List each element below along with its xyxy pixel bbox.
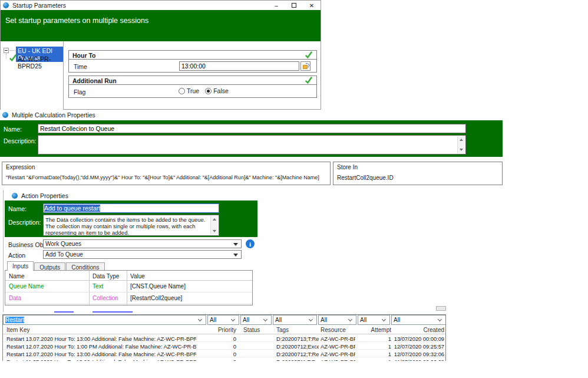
queue-cell-resource: AZ-WC-PR-BPRD2 <box>321 351 355 357</box>
scrollbar[interactable] <box>457 136 465 153</box>
queue-cell-tags: D:20200712;Exception <box>276 343 319 350</box>
queue-col-resource[interactable]: Resource <box>321 327 355 333</box>
check-icon <box>9 54 17 61</box>
action-select[interactable]: Add To Queue <box>43 250 242 259</box>
queue-row[interactable]: Restart 13.07.2020 Hour To: 13:00 Additi… <box>3 334 445 342</box>
blueprism-icon <box>12 193 18 199</box>
inputs-table: Name Data Type Value Queue NameText[CNST… <box>5 270 253 305</box>
startup-banner: Set startup parameters on multiple sessi… <box>1 10 321 41</box>
queue-row[interactable]: Restart 11.07.2020 Hour To: 13:00 Additi… <box>3 357 445 361</box>
queue-filter-4[interactable]: All <box>318 315 356 325</box>
minimize-button[interactable]: – <box>267 1 285 10</box>
radio-false[interactable]: False <box>205 87 229 94</box>
minimize-icon: – <box>275 2 278 9</box>
queue-cell-created: 12/07/2020 09:25:57 <box>392 343 444 350</box>
queue-col-tags[interactable]: Tags <box>276 327 319 333</box>
screen: Startup Parameters – ✕ Set startup param… <box>0 0 588 378</box>
tab-conditions[interactable]: Conditions <box>66 262 104 271</box>
tree-item-resource[interactable]: AZ-WC-PR-BPRD25 <box>18 55 63 70</box>
queue-col-priority[interactable]: Priority <box>197 327 236 333</box>
radio-true[interactable]: True <box>179 87 199 94</box>
queue-cell-item-key: Restart 13.07.2020 Hour To: 13:00 Additi… <box>6 336 196 342</box>
action-value: Add To Queue <box>45 251 83 258</box>
action-properties-window: Action Properties Name: Add to queue res… <box>5 190 257 313</box>
input-value[interactable]: [RestartColl2queue] <box>130 295 249 301</box>
queue-col-attempt[interactable]: Attempt <box>356 327 391 333</box>
action-name-input[interactable]: Add to queue restart <box>43 203 219 213</box>
tab-inputs[interactable]: Inputs <box>7 261 34 271</box>
store-in-box[interactable]: Store In RestartColl2queue.ID <box>333 162 503 185</box>
tree-separator <box>63 41 64 110</box>
store-in-value[interactable]: RestartColl2queue.ID <box>337 175 501 181</box>
tab-outputs[interactable]: Outputs <box>34 262 65 271</box>
selected-text: Add to queue restart <box>44 205 100 212</box>
inputs-table-row[interactable]: DataCollection[RestartColl2queue] <box>5 292 252 304</box>
input-name: Data <box>9 295 88 301</box>
close-button[interactable]: ✕ <box>303 1 321 10</box>
queue-cell-attempt: 1 <box>356 343 391 350</box>
queue-cell-priority: 0 <box>197 336 236 342</box>
filter-value: Restart <box>5 317 24 323</box>
filter-value: All <box>275 317 282 323</box>
scroll-down-icon <box>460 149 463 151</box>
scrollbar[interactable] <box>210 216 218 235</box>
expression-box[interactable]: Expression "Restart "&FormatDate(Today()… <box>2 162 331 185</box>
action-label: Action <box>8 252 25 259</box>
check-icon <box>305 51 313 58</box>
queue-filter-5[interactable]: All <box>358 315 390 325</box>
blueprism-icon <box>3 2 9 8</box>
chevron-down-icon <box>382 317 386 321</box>
input-value[interactable]: [CNST.Queue Name] <box>130 283 249 290</box>
tree-expander-collapse-icon[interactable] <box>4 48 9 53</box>
queue-cell-resource: AZ-WC-PR-BPRD2 <box>321 343 355 350</box>
radio-false-circle <box>205 88 212 94</box>
flag-label: Flag <box>74 88 85 96</box>
action-description-input[interactable]: The Data collection contains the items t… <box>43 215 219 236</box>
maximize-button[interactable] <box>285 1 303 10</box>
hour-to-title: Hour To <box>72 52 95 59</box>
queue-cell-resource: AZ-WC-PR-BPRD2 <box>321 359 355 361</box>
startup-titlebar[interactable]: Startup Parameters – ✕ <box>1 1 321 10</box>
queue-cell-tags: D:20200713;T:Restart <box>276 336 319 342</box>
calc-name-input[interactable] <box>38 124 466 133</box>
queue-row[interactable]: Restart 12.07.2020 Hour To: 13:00 Additi… <box>3 350 445 357</box>
queue-cell-item-key: Restart 12.07.2020 Hour To: 13:00 Additi… <box>6 351 196 357</box>
scroll-up-icon <box>460 139 463 141</box>
store-in-label: Store In <box>337 164 358 170</box>
action-tabs: InputsOutputsConditions <box>7 261 105 271</box>
expression-value[interactable]: "Restart "&FormatDate(Today(),"dd.MM.yyy… <box>6 175 329 180</box>
scrollbar-stub[interactable] <box>436 306 446 311</box>
link-underline-2[interactable] <box>93 311 133 313</box>
queue-cell-tags: D:20200712;T:Restart <box>276 351 319 357</box>
time-input[interactable] <box>179 61 299 71</box>
filter-value: All <box>210 317 216 323</box>
business-object-select[interactable]: Work Queues <box>43 239 242 248</box>
queue-filter-3[interactable]: All <box>273 315 317 325</box>
inputs-table-row[interactable]: Queue NameText[CNST.Queue Name] <box>5 281 252 292</box>
queue-filter-itemkey[interactable]: Restart <box>3 315 206 325</box>
tree-connector <box>9 50 15 51</box>
queue-col-status[interactable]: Status <box>243 327 272 333</box>
col-value-header: Value <box>130 273 249 280</box>
link-underline-1[interactable] <box>54 311 74 313</box>
chevron-down-icon <box>198 317 202 321</box>
additional-run-title: Additional Run <box>72 77 117 84</box>
queue-cell-resource: AZ-WC-PR-BPRD2 <box>321 336 355 342</box>
queue-filter-2[interactable]: All <box>240 315 272 325</box>
time-picker-button[interactable] <box>300 61 310 71</box>
queue-row[interactable]: Restart 12.07.2020 Hour To: 1:00 PM Addi… <box>3 342 445 350</box>
input-data-type: Collection <box>93 295 125 301</box>
chevron-down-icon <box>233 254 238 257</box>
action-description-label: Description: <box>8 219 41 226</box>
info-icon[interactable]: i <box>246 239 255 248</box>
calc-description-input[interactable] <box>38 135 466 155</box>
queue-filter-6[interactable]: All <box>391 315 446 325</box>
calc-properties-title: Multiple Calculation Properties <box>2 111 95 119</box>
queue-col-item-key[interactable]: Item Key <box>6 327 196 333</box>
queue-col-created[interactable]: Created <box>392 327 444 333</box>
tree-connector <box>6 54 6 58</box>
radio-true-circle <box>179 88 185 94</box>
queue-filter-1[interactable]: All <box>207 315 239 325</box>
filter-value: All <box>394 317 400 323</box>
calc-properties-header: Name: Description: <box>0 120 503 157</box>
